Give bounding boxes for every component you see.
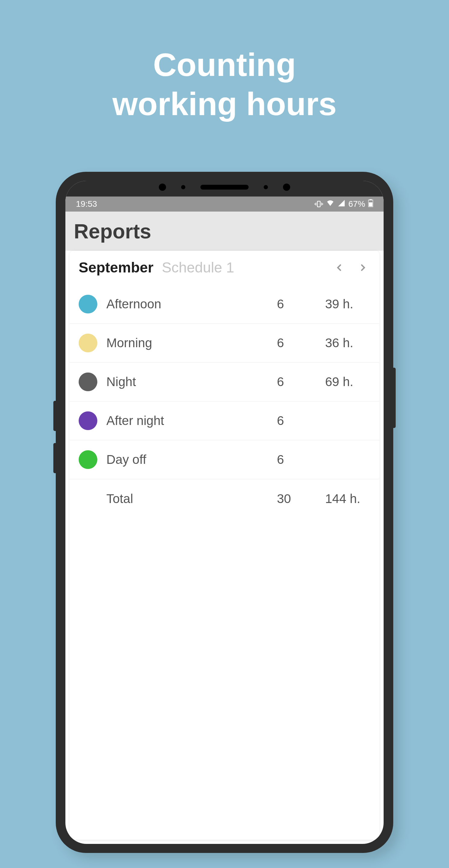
color-dot [78,450,97,469]
row-hours: 39 h. [325,297,371,311]
row-label: Afternoon [106,297,277,311]
month-label: September [78,259,153,276]
status-right: 67% [315,199,373,210]
total-count: 30 [277,492,325,506]
phone-sensor [159,184,166,191]
phone-speaker [200,185,249,190]
signal-icon [338,199,345,209]
phone-power-button [393,368,396,428]
schedule-label[interactable]: Schedule 1 [162,259,234,276]
row-count: 6 [277,453,325,467]
wifi-icon [326,199,334,210]
headline-line-2: working hours [113,86,336,122]
marketing-headline: Counting working hours [0,45,449,123]
report-row[interactable]: Night669 h. [70,363,379,401]
battery-percent: 67% [348,199,365,209]
row-label: Day off [106,453,277,467]
phone-volume-down [53,443,56,473]
row-count: 6 [277,297,325,311]
report-row[interactable]: Afternoon639 h. [70,285,379,324]
row-hours: 69 h. [325,375,371,389]
status-bar: 19:53 [65,196,384,212]
report-row[interactable]: Morning636 h. [70,324,379,363]
phone-notch [65,181,384,196]
next-month-button[interactable] [358,261,367,274]
phone-screen: 19:53 [65,181,384,844]
row-label: Morning [106,336,277,350]
vibrate-icon [315,200,323,208]
row-label: After night [106,413,277,428]
phone-sensor-small [264,185,268,189]
phone-sensor-small [181,185,185,189]
total-hours: 144 h. [325,492,371,506]
color-dot [78,411,97,430]
row-count: 6 [277,375,325,389]
phone-volume-up [53,401,56,431]
color-dot [78,373,97,391]
report-row[interactable]: Day off6 [70,440,379,479]
phone-frame: 19:53 [56,172,393,853]
battery-icon [368,199,373,209]
prev-month-button[interactable] [335,261,344,274]
total-label: Total [106,492,277,506]
row-count: 6 [277,336,325,350]
headline-line-1: Counting [153,46,296,83]
row-hours: 36 h. [325,336,371,350]
svg-rect-0 [317,201,320,207]
status-time: 19:53 [76,199,97,209]
svg-rect-7 [369,202,373,207]
row-label: Night [106,375,277,389]
color-dot [78,334,97,352]
app-header: Reports [65,212,384,251]
report-card: September Schedule 1 Afterno [70,251,379,840]
page-title: Reports [74,219,151,243]
card-header: September Schedule 1 [70,251,379,285]
row-count: 6 [277,413,325,428]
month-nav [335,261,371,274]
color-dot [78,295,97,313]
total-row: Total 30 144 h. [70,479,379,518]
phone-sensor [283,184,290,191]
report-row[interactable]: After night6 [70,401,379,440]
